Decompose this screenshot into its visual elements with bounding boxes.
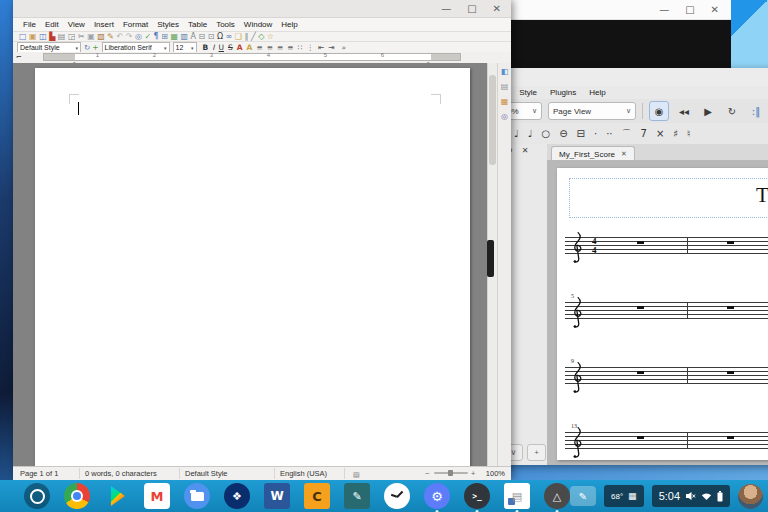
whole-rest[interactable] [637, 306, 644, 309]
document-area[interactable] [13, 63, 511, 467]
zoom-level[interactable]: 100% [486, 469, 505, 478]
longa-icon[interactable]: ⊟ [577, 128, 585, 139]
shelf-dropbox-icon[interactable]: ❖ [224, 483, 250, 509]
half-note-icon[interactable]: ♩ [528, 128, 533, 139]
menu-item[interactable]: Window [244, 20, 272, 29]
tab-stop-selector[interactable]: ⌐ [16, 53, 22, 61]
menu-item-plugins[interactable]: Plugins [550, 88, 576, 97]
score-canvas[interactable]: Tit 4 4 [547, 160, 768, 465]
menu-item[interactable]: File [23, 20, 36, 29]
insert-image-icon[interactable]: ▦ [170, 33, 178, 41]
shelf-terminal-icon[interactable]: >_ [464, 483, 490, 509]
open-icon[interactable]: ▣ [29, 33, 37, 41]
shelf-play-store-icon[interactable] [104, 483, 130, 509]
align-center-button[interactable]: ≡ [267, 44, 273, 52]
rest-icon[interactable]: 7 [641, 128, 647, 139]
tab-my-first-score[interactable]: My_First_Score ✕ [551, 146, 635, 161]
hyperlink-icon[interactable]: ∞ [226, 33, 233, 41]
quarter-note-icon[interactable]: ♩ [514, 128, 519, 139]
increase-indent-button[interactable]: ⇥ [328, 44, 334, 52]
symbol-shapes-icon[interactable]: ☆ [267, 33, 274, 41]
menu-item-style[interactable]: Style [519, 88, 537, 97]
sidebar-navigator-icon[interactable]: ◎ [501, 112, 508, 121]
menu-item[interactable]: Format [123, 20, 148, 29]
toolbar-overflow-button[interactable]: » [341, 44, 346, 52]
text-box-icon[interactable]: A [191, 33, 196, 41]
whole-rest[interactable] [727, 371, 734, 374]
play-icon[interactable]: ▶ [699, 102, 717, 120]
play-repeats-icon[interactable]: :‖ [747, 102, 765, 120]
insert-chart-icon[interactable]: ▥ [180, 33, 188, 41]
sidebar-gallery-icon[interactable]: ▦ [501, 97, 509, 106]
close-icon[interactable]: ✕ [522, 146, 529, 155]
staff[interactable] [565, 432, 768, 449]
staff[interactable] [565, 302, 768, 319]
page-break-icon[interactable]: ⊟ [199, 33, 206, 41]
staff-system[interactable]: 4 4 [565, 230, 768, 295]
cut-icon[interactable]: ✂ [78, 33, 85, 41]
whole-rest[interactable] [727, 241, 734, 244]
menu-item[interactable]: Insert [94, 20, 114, 29]
underline-button[interactable]: U [219, 44, 225, 52]
double-dot-icon[interactable]: ·· [606, 128, 612, 139]
zoom-slider-thumb[interactable] [448, 470, 453, 476]
tie-icon[interactable]: ⌒ [622, 127, 632, 141]
sidebar-styles-icon[interactable]: ▤ [501, 82, 509, 91]
zoom-slider[interactable] [434, 472, 468, 474]
highlight-color-button[interactable]: A [247, 44, 253, 52]
justify-button[interactable]: ≡ [287, 44, 293, 52]
menu-item[interactable]: Styles [157, 20, 179, 29]
align-left-button[interactable]: ≡ [256, 44, 262, 52]
italic-button[interactable]: I [212, 44, 214, 52]
user-avatar[interactable] [738, 484, 763, 509]
musescore-titlebar[interactable] [500, 68, 768, 87]
align-right-button[interactable]: ≡ [277, 44, 283, 52]
shelf-pen-app-icon[interactable]: ✎ [344, 483, 370, 509]
augmentation-dot-icon[interactable]: · [594, 128, 597, 139]
play-panel-icon[interactable]: ◉ [649, 101, 669, 121]
text-language[interactable]: English (USA) [280, 469, 327, 478]
staff-system[interactable]: 13 [565, 425, 768, 465]
staff[interactable] [565, 367, 768, 384]
scrollbar-thumb[interactable] [489, 75, 496, 165]
terminal-titlebar[interactable]: — □ ✕ [505, 0, 731, 20]
zoom-in-button[interactable]: + [471, 469, 475, 478]
print-icon[interactable]: ▤ [58, 33, 66, 41]
menu-item[interactable]: Tools [216, 20, 235, 29]
font-color-button[interactable]: A [237, 44, 243, 52]
track-changes-icon[interactable]: ∥ [244, 33, 248, 41]
comment-icon[interactable]: ❑ [235, 33, 242, 41]
staff-system[interactable]: 9 [565, 360, 768, 425]
sidebar-properties-icon[interactable]: ◧ [501, 67, 509, 76]
menu-item[interactable]: Help [281, 20, 297, 29]
close-icon[interactable]: ✕ [493, 4, 501, 14]
page-count[interactable]: Page 1 of 1 [20, 469, 58, 478]
shelf-launcher-button[interactable] [24, 483, 50, 509]
libreoffice-writer-window[interactable]: — □ ✕ FileEditViewInsertFormatStylesTabl… [13, 0, 511, 480]
document-page[interactable] [35, 68, 470, 467]
export-pdf-icon[interactable]: ▙ [49, 33, 55, 41]
score-page[interactable]: Tit 4 4 [557, 168, 768, 460]
find-replace-icon[interactable]: ◎ [135, 33, 142, 41]
shelf-clock-icon[interactable] [384, 483, 410, 509]
menu-item[interactable]: Table [188, 20, 207, 29]
word-count[interactable]: 0 words, 0 characters [85, 469, 157, 478]
zoom-out-button[interactable]: − [425, 469, 429, 478]
basic-shapes-icon[interactable]: ◇ [258, 33, 264, 41]
breve-icon[interactable]: ⊖ [559, 128, 567, 139]
shelf-chrome-icon[interactable] [64, 483, 90, 509]
close-tab-icon[interactable]: ✕ [621, 150, 627, 158]
shelf-libreoffice-icon[interactable]: ▤ [504, 483, 530, 509]
staff-system[interactable]: 5 [565, 295, 768, 360]
libreoffice-titlebar[interactable]: — □ ✕ [13, 0, 511, 18]
status-area[interactable]: 5:04 [652, 485, 730, 507]
undo-icon[interactable]: ↶ [117, 33, 124, 41]
title-frame[interactable]: Tit [569, 178, 768, 218]
shelf-caret-icon[interactable]: C [304, 483, 330, 509]
score-title[interactable]: Tit [756, 183, 768, 208]
shelf-settings-icon[interactable]: ⚙ [424, 483, 450, 509]
whole-rest[interactable] [637, 436, 644, 439]
add-palette-button[interactable]: + [527, 444, 546, 461]
menu-item-help[interactable]: Help [589, 88, 605, 97]
maximize-icon[interactable]: □ [467, 4, 476, 14]
